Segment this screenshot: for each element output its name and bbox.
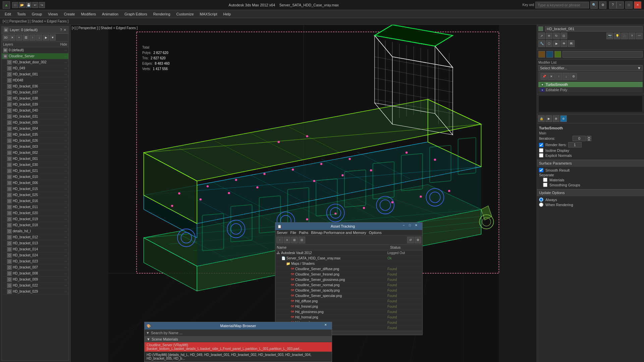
render-iters-input[interactable] xyxy=(568,142,582,147)
layer-item-28[interactable]: ◻HD_bracket_019··· xyxy=(2,216,68,222)
minimize-btn[interactable]: − xyxy=(616,1,624,9)
modifier-turbosmooth[interactable]: ● TurboSmooth xyxy=(538,82,643,87)
layer-item-12[interactable]: ◻HD_bracket_005··· xyxy=(2,120,68,126)
rp-render-btn[interactable]: 📷 xyxy=(606,33,613,39)
settings-btn[interactable]: ⚙ xyxy=(599,1,606,9)
at-menu-options[interactable]: Options xyxy=(369,231,382,235)
new-btn[interactable]: □ xyxy=(12,2,18,8)
materials-checkbox[interactable] xyxy=(543,178,547,182)
layer-item-13[interactable]: ◻HD_bracket_004··· xyxy=(2,126,68,132)
keyword-search-input[interactable] xyxy=(535,2,589,8)
at-row-5[interactable]: 🗺Cloudline_Server_glossiness.pngFound xyxy=(275,277,422,283)
layer-item-7[interactable]: ◻HD_bracket_037··· xyxy=(2,89,68,96)
rp-show-btn[interactable]: ⊕ xyxy=(560,115,567,122)
layer-item-39[interactable]: ◻HD_bracket_022··· xyxy=(2,283,68,289)
layer-item-25[interactable]: ◻HD_bracket_016··· xyxy=(2,198,68,204)
layer-item-8[interactable]: ◻HD_bracket_038··· xyxy=(2,96,68,102)
menu-modifiers[interactable]: Modifiers xyxy=(78,10,99,18)
rp-utilities-btn[interactable]: 🛠 xyxy=(568,40,575,47)
layer-3d-btn[interactable]: 3D xyxy=(3,35,9,41)
at-menu-bitmap[interactable]: Bitmap Performance and Memory xyxy=(311,231,366,235)
at-row-10[interactable]: 🗺Hd_fresnel.pngFound xyxy=(275,304,422,309)
layer-item-20[interactable]: ◻HD_bracket_021··· xyxy=(2,168,68,174)
layer-move-up-btn[interactable]: ↑ xyxy=(30,35,36,41)
at-maximize-btn[interactable]: □ xyxy=(409,224,414,229)
menu-edit[interactable]: Edit xyxy=(2,10,14,18)
at-row-7[interactable]: 🗺Cloudline_Server_opacity.pngFound xyxy=(275,288,422,293)
at-menu-paths[interactable]: Paths xyxy=(299,231,308,235)
layer-add-btn[interactable]: + xyxy=(16,35,22,41)
at-row-11[interactable]: 🗺Hd_glossiness.pngFound xyxy=(275,309,422,315)
at-row-3[interactable]: 🗺Cloudline_Server_diffuse.pngFound xyxy=(275,266,422,272)
layer-item-26[interactable]: ◻HD_bracket_011··· xyxy=(2,204,68,210)
at-menu-server[interactable]: Server xyxy=(277,231,287,235)
menu-group[interactable]: Group xyxy=(29,10,45,18)
at-tb-btn-2[interactable]: ≡ xyxy=(284,237,290,243)
layer-manager-close-icon[interactable]: ✕ xyxy=(63,28,66,32)
menu-views[interactable]: Views xyxy=(45,10,60,18)
rp-light-btn[interactable]: 💡 xyxy=(614,33,621,39)
layer-item-37[interactable]: ◻HD_bracket_008··· xyxy=(2,270,68,277)
at-minimize-btn[interactable]: − xyxy=(403,224,408,229)
mod-move-down-btn[interactable]: ↓ xyxy=(563,73,570,80)
menu-rendering[interactable]: Rendering xyxy=(151,10,173,18)
layer-item-30[interactable]: ◻details_hd_l··· xyxy=(2,228,68,234)
update-options-section[interactable]: Update Options xyxy=(537,189,644,196)
layer-item-14[interactable]: ◻HD_bracket_035··· xyxy=(2,132,68,138)
surface-params-section[interactable]: Surface Parameters xyxy=(537,160,644,167)
smoothing-groups-checkbox[interactable] xyxy=(543,183,547,187)
layer-item-2[interactable]: ◻HD_bracket_door_002··· xyxy=(2,59,68,65)
at-row-9[interactable]: 🗺Hd_diffuse.pngFound xyxy=(275,299,422,304)
modifier-dropdown[interactable]: Select Modifier... ▼ xyxy=(538,65,643,71)
at-row-12[interactable]: 🗺Hd_hormal.pngFound xyxy=(275,315,422,320)
rp-display-btn[interactable]: 👁 xyxy=(560,40,567,47)
rp-move-btn[interactable]: ✛ xyxy=(546,33,552,39)
rp-camera-btn[interactable]: 🎥 xyxy=(621,33,628,39)
layer-item-5[interactable]: ◻HD048··· xyxy=(2,77,68,83)
rp-modifier-btn[interactable]: 🔧 xyxy=(538,40,545,47)
layer-collapse-btn[interactable]: ▼ xyxy=(50,35,56,41)
layer-item-11[interactable]: ◻HD_bracket_031··· xyxy=(2,114,68,120)
undo-btn[interactable]: ↩ xyxy=(32,2,38,8)
menu-create[interactable]: Create xyxy=(61,10,77,18)
help-icon[interactable]: ? xyxy=(60,28,62,32)
mb-close-btn[interactable]: ✕ xyxy=(324,323,330,328)
mod-pin-btn[interactable]: 📌 xyxy=(541,73,547,80)
color-swatch-3[interactable] xyxy=(554,51,561,58)
at-close-btn[interactable]: ✕ xyxy=(415,224,420,229)
rp-lock-btn[interactable]: 🔒 xyxy=(538,115,545,122)
close-btn[interactable]: ✕ xyxy=(634,1,641,9)
at-row-1[interactable]: 📄Server_SATA_HDD_Case_vray.maxOk xyxy=(275,256,422,261)
at-tb-btn-1[interactable]: ↑ xyxy=(276,237,283,243)
iterations-down[interactable]: ▼ xyxy=(587,138,591,141)
layer-item-16[interactable]: ◻HD_bracket_003··· xyxy=(2,144,68,150)
modifier-editable-poly[interactable]: ● Editable Poly xyxy=(538,87,643,93)
help-btn[interactable]: ? xyxy=(609,1,616,9)
layer-item-27[interactable]: ◻HD_bracket_020··· xyxy=(2,210,68,216)
layer-item-1[interactable]: ▤Cloudline_Server··· xyxy=(2,53,68,59)
menu-animation[interactable]: Animation xyxy=(99,10,121,18)
at-tb-settings-btn[interactable]: ⚙ xyxy=(415,237,421,243)
layer-expand-btn[interactable]: ▶ xyxy=(43,35,49,41)
layer-item-18[interactable]: ◻HD_bracket_001··· xyxy=(2,156,68,162)
layer-item-33[interactable]: ◻HD_bracket_014··· xyxy=(2,246,68,252)
at-tb-refresh-btn[interactable]: ↺ xyxy=(407,237,414,243)
at-row-0[interactable]: 🖧Autodesk Vault 2012Logged Out xyxy=(275,250,422,256)
menu-maxscript[interactable]: MAXScript xyxy=(197,10,220,18)
redo-btn[interactable]: ↪ xyxy=(39,2,45,8)
layer-item-29[interactable]: ◻HD_bracket_018··· xyxy=(2,222,68,228)
layer-item-23[interactable]: ◻HD_bracket_015··· xyxy=(2,186,68,192)
open-btn[interactable]: 📂 xyxy=(19,2,25,8)
layer-item-3[interactable]: ◻HD_049··· xyxy=(2,65,68,71)
layer-link-btn[interactable]: ⛓ xyxy=(23,35,29,41)
color-swatch-1[interactable] xyxy=(538,51,545,58)
rp-select-btn[interactable]: ↗ xyxy=(538,33,545,39)
layer-item-22[interactable]: ◻HD_bracket_006··· xyxy=(2,180,68,186)
layer-item-40[interactable]: ◻HD_bracket_029··· xyxy=(2,289,68,295)
menu-help[interactable]: Help xyxy=(221,10,234,18)
at-tb-btn-4[interactable]: ⊟ xyxy=(299,237,305,243)
rp-toggle-btn[interactable]: ▶ xyxy=(545,115,552,122)
layer-delete-btn[interactable]: ✕ xyxy=(9,35,15,41)
layer-item-21[interactable]: ◻HD_bracket_010··· xyxy=(2,174,68,180)
mod-move-up-btn[interactable]: ↑ xyxy=(555,73,562,80)
